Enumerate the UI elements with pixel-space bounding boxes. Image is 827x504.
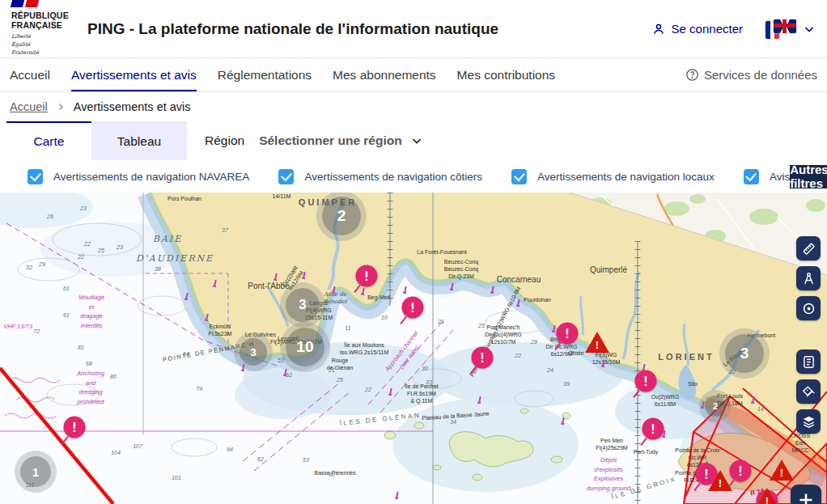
buoy-symbol [389,388,392,394]
tab-carte[interactable]: Carte [6,121,91,160]
data-services-link[interactable]: Services de données [685,58,817,91]
map-place-label: BAIE [153,234,182,245]
depth-sounding-label: 107 [133,443,142,450]
depth-sounding-label: 64 [183,350,189,358]
map-place-label: Île de Penfret Fl.R.6s19M & Q.11M [405,383,439,404]
chevron-down-icon [410,134,423,147]
warning-cluster-marker[interactable]: 1 [20,456,51,487]
map-place-label: Eckmühl Fl.5s23M [209,323,232,337]
map-place-label: Quimperlé [590,265,627,275]
map-place-label: Oc(2)WRG 6s11/8M [651,393,680,408]
map-place-label: CROSS Étel MRCC [787,432,814,454]
filter-checkbox-avertissements-de-navigation-locaux[interactable]: Avertissements de navigation locaux [511,169,715,184]
map-place-label: Fl(3)WG 12s13/10M [592,351,621,366]
map-place-label: Anchoring and dredging prohibited [77,369,104,407]
map-place-label: Pors Poulhan [168,195,201,202]
depth-sounding-label: 68 [86,360,92,367]
map-tool-tags-button[interactable] [796,379,821,404]
uk-flag-icon [774,19,796,33]
chevron-right-icon [56,102,66,112]
map-place-label: Port-Tudy [634,448,658,455]
navigation-warning-pin[interactable]: ! [635,371,657,392]
buoy-symbol [404,286,406,292]
french-english-flags-icon [766,19,796,39]
map-place-label: Île aux Moutons Iso.WRG.2s15/11M [340,341,389,356]
navigation-warning-pin[interactable]: ! [402,297,424,319]
map-tool-compass-button[interactable] [796,266,821,290]
danger-warning-pin[interactable]: ! [770,460,794,481]
nav-item-mes-abonnements[interactable]: Mes abonnements [333,58,436,91]
warning-cluster-marker[interactable]: 2 [322,197,361,235]
warning-cluster-marker[interactable]: 2 [705,396,726,417]
filter-checkbox-label: Avis [770,171,790,183]
map-tool-measure-button[interactable] [796,236,821,260]
map-tool-locate-button[interactable] [796,296,821,320]
depth-sounding-label: 22 [78,253,84,260]
more-filters-button[interactable]: Autres filtres [790,165,827,188]
plus-icon [796,490,816,504]
filter-checkbox-label: Avertissements de navigation locaux [537,171,715,183]
buoy-symbol [752,396,754,402]
navigation-warning-pin[interactable]: ! [730,460,752,482]
region-select[interactable]: Sélectionner une région [259,133,423,148]
depth-sounding-label: 10 [381,314,388,321]
nav-item-accueil[interactable]: Accueil [10,58,50,91]
tab-tableau[interactable]: Tableau [91,121,187,160]
login-button[interactable]: Se connecter [651,22,743,36]
depth-sounding-label: 80 [110,373,117,380]
warning-cluster-marker[interactable]: 10 [286,328,324,366]
language-selector[interactable] [766,19,816,39]
person-icon [651,22,666,36]
checkbox-checked-icon [28,169,43,184]
depth-sounding-label: 24 [547,366,553,374]
map-zoom-in-button[interactable] [791,485,821,504]
navigation-warning-pin[interactable]: ! [643,418,664,440]
depth-sounding-label: 94 [227,446,233,453]
map-tool-guide-button[interactable] [796,349,821,374]
depth-sounding-label: 22 [365,386,371,393]
checkbox-checked-icon [511,169,527,184]
map-place-label: D'AUDIERNE [136,253,214,265]
navigation-warning-pin[interactable]: ! [472,347,494,369]
nautical-map[interactable]: QUIMPERLORIENTBAIED'AUDIERNEPont-l'AbbéQ… [0,193,827,504]
map-place-label: Obstn [569,349,584,357]
depth-sounding-label: 22 [84,240,91,248]
warning-cluster-marker[interactable]: 3 [725,334,764,373]
locate-icon [801,301,816,316]
gov-motto: Liberté Égalité Fraternité [11,33,74,57]
guide-icon [801,354,816,370]
nav-item-reglementations[interactable]: Réglementations [218,58,312,91]
region-label: Région [205,133,244,148]
warning-cluster-marker[interactable]: 3 [240,338,267,366]
map-tool-layers-button[interactable] [796,409,821,434]
map-overlay: QUIMPERLORIENTBAIED'AUDIERNEPont-l'AbbéQ… [0,193,827,504]
navigation-warning-pin[interactable]: ! [64,417,86,438]
filter-checkbox-label: Avertissements de navigation côtiers [304,171,482,183]
gouvernement-logo[interactable]: RÉPUBLIQUEFRANÇAISE Liberté Égalité Frat… [11,0,74,57]
filter-checkbox-avertissements-de-navigation-navarea[interactable]: Avertissements de navigation NAVAREA [28,169,249,184]
navigation-warning-pin[interactable]: ! [356,265,378,287]
warning-cluster-marker[interactable]: 3 [286,288,320,322]
chevron-down-icon [803,23,816,36]
map-place-label: Pen Men Fl(4)25s29M [596,437,627,451]
depth-sounding-label: 104 [111,449,121,456]
compass-icon [801,271,816,286]
nav-item-avertissements-et-avis[interactable]: Avertissements et avis [71,58,197,91]
nav-item-mes-contributions[interactable]: Mes contributions [457,58,555,91]
breadcrumb-home-link[interactable]: Accueil [10,100,48,113]
filter-checkbox-avis[interactable]: Avis [744,169,790,184]
danger-warning-pin[interactable]: ! [585,332,609,353]
navigation-warning-pin[interactable]: ! [557,323,579,345]
map-place-label: Anse de Bénodet [323,291,346,306]
depth-sounding-label: 37 [222,227,228,234]
filter-checkbox-avertissements-de-navigation-cotiers[interactable]: Avertissements de navigation côtiers [278,169,482,184]
map-place-label: Pont-l'Abbé [248,281,289,291]
map-place-label: Basse Pérennès [314,469,355,476]
map-place-label: Silo [688,380,698,388]
depth-sounding-label: 79 [196,385,202,392]
checkbox-checked-icon [744,169,759,184]
map-place-label: VHF 13/73 [3,322,32,332]
buoy-symbol [274,273,277,279]
map-place-label: Le Guilvinec [245,331,277,338]
depth-sounding-label: 62 [286,371,292,379]
